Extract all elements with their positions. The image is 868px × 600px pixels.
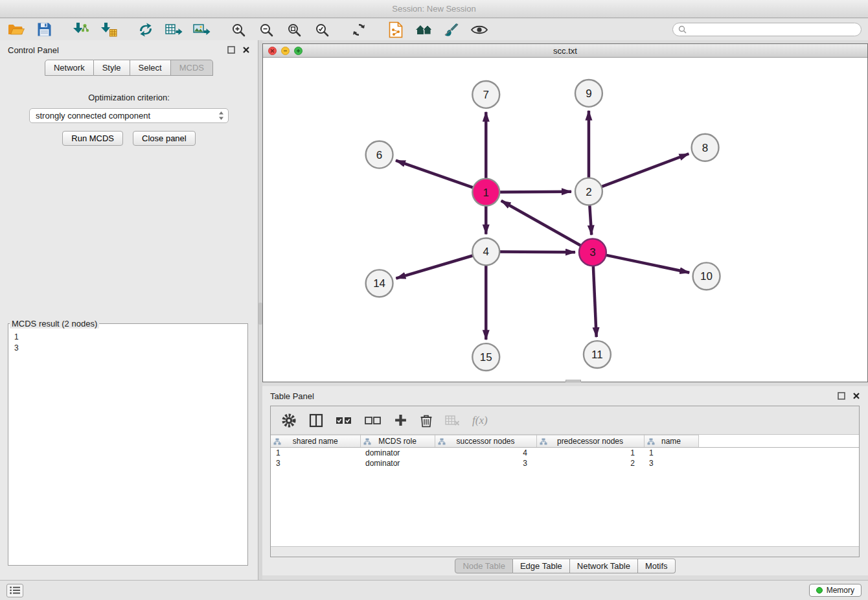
style-brush-icon[interactable] (442, 20, 461, 39)
table-row[interactable]: 1dominator411 (271, 448, 859, 458)
save-session-icon[interactable] (34, 20, 54, 39)
column-label: shared name (293, 437, 338, 446)
node-label-7: 7 (483, 89, 489, 101)
column-header-shared-name[interactable]: shared name (271, 435, 360, 448)
node-table-container: f(x) shared name MCDS role (270, 406, 860, 557)
tab-mcds[interactable]: MCDS (171, 60, 213, 76)
search-box[interactable] (672, 23, 862, 36)
table-cell[interactable]: 1 (644, 448, 698, 458)
network-window: scc.txt 7968124314101511 (262, 43, 868, 382)
column-label: successor nodes (456, 437, 514, 446)
run-mcds-button[interactable]: Run MCDS (62, 131, 123, 146)
show-column-icon[interactable] (309, 413, 323, 428)
optimization-criterion-label: Optimization criterion: (0, 93, 258, 102)
apply-layout-icon[interactable] (136, 20, 155, 39)
column-type-icon (363, 438, 371, 445)
delete-column-trash-icon[interactable] (420, 413, 433, 428)
column-header-name[interactable]: name (644, 435, 698, 448)
search-input[interactable] (690, 25, 856, 34)
tab-network[interactable]: Network (45, 60, 94, 76)
import-network-icon[interactable] (71, 20, 91, 39)
home-icon[interactable] (414, 20, 433, 39)
column-header-mcds-role[interactable]: MCDS role (360, 435, 435, 448)
mcds-result-fieldset: MCDS result (2 nodes) 1 3 (8, 319, 248, 566)
table-horizontal-scrollbar[interactable] (271, 546, 859, 557)
table-cell[interactable]: 3 (435, 458, 536, 468)
edge-3-10[interactable] (604, 255, 690, 273)
column-header-predecessor-nodes[interactable]: predecessor nodes (536, 435, 644, 448)
column-label: name (661, 437, 681, 446)
network-canvas[interactable]: 7968124314101511 (263, 58, 867, 382)
table-cell[interactable]: dominator (360, 448, 435, 458)
column-type-icon (540, 438, 547, 445)
edge-4-3[interactable] (497, 252, 575, 253)
close-panel-button[interactable]: Close panel (133, 131, 196, 146)
dropdown-stepper-icon (218, 111, 224, 121)
table-settings-gear-icon[interactable] (281, 413, 297, 428)
tab-style[interactable]: Style (94, 60, 130, 76)
float-panel-icon[interactable] (227, 46, 235, 54)
close-table-panel-icon[interactable] (852, 392, 860, 400)
tab-motifs[interactable]: Motifs (638, 559, 676, 573)
network-graph[interactable]: 7968124314101511 (263, 58, 867, 382)
table-cell[interactable]: 4 (435, 448, 536, 458)
edge-4-14[interactable] (396, 255, 475, 278)
edge-1-2[interactable] (497, 192, 571, 192)
select-all-columns-icon[interactable] (336, 415, 352, 426)
table-toolbar: f(x) (271, 406, 859, 435)
tab-edge-table[interactable]: Edge Table (513, 559, 570, 573)
float-table-panel-icon[interactable] (838, 392, 845, 400)
zoom-selected-icon[interactable] (312, 20, 332, 39)
table-cell[interactable]: 1 (271, 448, 360, 458)
refresh-view-icon[interactable] (349, 20, 369, 39)
network-window-title: scc.txt (553, 46, 577, 56)
edge-2-3[interactable] (589, 203, 591, 235)
window-titlebar: Session: New Session (0, 0, 868, 18)
create-column-plus-icon[interactable] (394, 413, 407, 427)
export-table-icon[interactable] (164, 20, 183, 39)
table-cell[interactable]: 3 (644, 458, 698, 468)
close-panel-icon[interactable] (242, 46, 250, 54)
network-file-icon[interactable] (386, 20, 405, 39)
unselect-all-columns-icon[interactable] (365, 415, 382, 426)
minimize-window-icon[interactable] (281, 47, 290, 55)
table-panel-title: Table Panel (270, 391, 314, 401)
criterion-dropdown[interactable]: strongly connected component (29, 108, 229, 123)
table-panel: Table Panel (262, 386, 868, 575)
edge-3-1[interactable] (501, 201, 583, 247)
node-label-15: 15 (480, 351, 492, 363)
edge-3-11[interactable] (593, 263, 597, 337)
node-table-wrap: shared name MCDS role successor nodes (271, 435, 859, 546)
import-table-icon[interactable] (99, 20, 119, 39)
tab-select[interactable]: Select (130, 60, 171, 76)
zoom-out-icon[interactable] (257, 20, 276, 39)
zoom-in-icon[interactable] (229, 20, 248, 39)
table-row[interactable]: 3dominator323 (271, 458, 859, 468)
control-panel: Control Panel Network Style Select MCDS … (0, 40, 258, 580)
node-label-14: 14 (373, 277, 385, 290)
table-cell[interactable]: 3 (271, 458, 360, 468)
eye-icon[interactable] (470, 20, 489, 39)
column-header-filler (698, 435, 859, 448)
open-file-icon[interactable] (6, 20, 26, 39)
control-panel-tabs: Network Style Select MCDS (0, 60, 258, 76)
edge-2-8[interactable] (599, 154, 689, 187)
column-header-successor-nodes[interactable]: successor nodes (435, 435, 536, 448)
mcds-result-lines: 1 3 (8, 329, 247, 357)
table-cell[interactable]: dominator (360, 458, 435, 468)
task-history-icon[interactable] (6, 584, 23, 597)
zoom-fit-icon[interactable] (284, 20, 304, 39)
column-type-icon (438, 438, 446, 445)
table-cell[interactable]: 1 (536, 448, 644, 458)
memory-button[interactable]: Memory (809, 584, 862, 597)
node-label-11: 11 (591, 349, 603, 361)
table-cell[interactable]: 2 (536, 458, 644, 468)
maximize-window-icon[interactable] (294, 47, 303, 55)
tab-node-table[interactable]: Node Table (455, 559, 513, 573)
window-resize-handle[interactable] (565, 380, 581, 382)
table-panel-header: Table Panel (262, 386, 868, 406)
edge-1-6[interactable] (396, 161, 475, 189)
close-window-icon[interactable] (268, 47, 277, 55)
tab-network-table[interactable]: Network Table (570, 559, 638, 573)
export-image-icon[interactable] (192, 20, 211, 39)
